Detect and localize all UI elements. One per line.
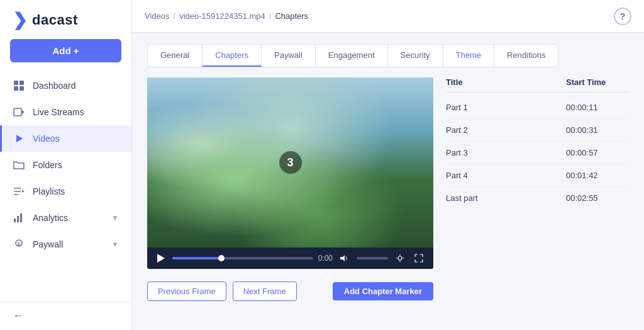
chapter-time-2: 00:00:57 [566, 148, 629, 157]
volume-button[interactable] [338, 253, 352, 263]
add-chapter-marker-button[interactable]: Add Chapter Marker [333, 282, 433, 300]
tabs-row: General Chapters Paywall Engagement Secu… [147, 44, 558, 67]
svg-rect-2 [14, 86, 18, 91]
sidebar-label-videos: Videos [33, 134, 60, 144]
videos-icon [13, 132, 25, 145]
folders-icon [13, 159, 25, 171]
sidebar-bottom: ← [0, 301, 131, 330]
chapter-title-0: Part 1 [446, 103, 566, 112]
tab-paywall[interactable]: Paywall [262, 45, 316, 67]
svg-rect-11 [14, 219, 16, 222]
svg-marker-5 [22, 110, 25, 114]
chapter-badge: 3 [279, 151, 302, 174]
chapter-row: Part 4 00:01:42 [446, 164, 629, 187]
breadcrumb-videos[interactable]: Videos [145, 11, 170, 21]
breadcrumb-current: Chapters [275, 11, 308, 21]
tab-renditions[interactable]: Renditions [494, 45, 558, 67]
sidebar-item-live-streams[interactable]: Live Streams [0, 99, 131, 125]
tab-security[interactable]: Security [388, 45, 443, 67]
svg-rect-12 [17, 216, 19, 222]
svg-marker-17 [340, 255, 345, 261]
tab-theme[interactable]: Theme [443, 45, 494, 67]
svg-rect-3 [19, 86, 24, 91]
tab-chapters[interactable]: Chapters [203, 45, 262, 67]
sidebar-item-videos[interactable]: Videos [0, 125, 131, 152]
back-button[interactable]: ← [13, 309, 24, 322]
svg-rect-0 [14, 81, 18, 85]
svg-rect-1 [19, 81, 24, 85]
add-button[interactable]: Add + [10, 39, 121, 62]
progress-fill [172, 257, 221, 259]
sidebar-label-playlists: Playlists [33, 186, 65, 196]
chapter-row: Part 2 00:00:31 [446, 119, 629, 142]
chapters-table: Title Start Time Part 1 00:00:11 Part 2 … [446, 77, 629, 209]
playlists-icon [13, 185, 25, 198]
video-controls: 0:00 [147, 248, 433, 269]
video-player: 3 0:00 [147, 77, 433, 269]
sidebar-item-analytics[interactable]: Analytics ▼ [0, 205, 131, 231]
sidebar-label-live-streams: Live Streams [33, 107, 84, 117]
help-button[interactable]: ? [614, 8, 631, 25]
sidebar-item-paywall[interactable]: $ Paywall ▼ [0, 231, 131, 258]
chapter-time-3: 00:01:42 [566, 171, 629, 180]
logo-icon: ❯ [13, 11, 27, 29]
tab-general[interactable]: General [148, 45, 203, 67]
breadcrumb-sep2: / [269, 11, 272, 21]
col-starttime-header: Start Time [566, 77, 629, 87]
video-screen: 3 [147, 77, 433, 248]
chapters-header: Title Start Time [446, 77, 629, 93]
logo-text: dacast [32, 12, 78, 28]
col-title-header: Title [446, 77, 566, 87]
sidebar-item-dashboard[interactable]: Dashboard [0, 72, 131, 99]
svg-marker-10 [22, 190, 25, 193]
play-button[interactable] [155, 253, 167, 264]
time-display: 0:00 [318, 254, 333, 263]
analytics-icon [13, 212, 25, 224]
svg-text:$: $ [18, 241, 21, 247]
volume-bar[interactable] [357, 257, 388, 259]
sidebar-label-folders: Folders [33, 160, 62, 170]
tab-engagement[interactable]: Engagement [316, 45, 388, 67]
main-content: Videos / video-1591224351.mp4 / Chapters… [132, 0, 644, 330]
svg-rect-4 [14, 108, 21, 116]
logo-area: ❯ dacast [0, 0, 131, 39]
sidebar-item-folders[interactable]: Folders [0, 152, 131, 178]
chapter-row: Part 3 00:00:57 [446, 142, 629, 164]
breadcrumb-sep1: / [174, 11, 176, 21]
next-frame-button[interactable]: Next Frame [233, 282, 297, 301]
live-streams-icon [13, 106, 25, 118]
chapter-time-4: 00:02:55 [566, 193, 629, 203]
breadcrumb-file[interactable]: video-1591224351.mp4 [179, 11, 265, 21]
sidebar: ❯ dacast Add + Dashboard Live Streams [0, 0, 132, 330]
chapter-title-4: Last part [446, 193, 566, 203]
previous-frame-button[interactable]: Previous Frame [147, 282, 226, 301]
chapter-title-2: Part 3 [446, 148, 566, 157]
svg-point-18 [398, 256, 402, 260]
progress-thumb [218, 255, 225, 261]
video-chapters-row: 3 0:00 [147, 77, 629, 301]
chapter-row: Last part 00:02:55 [446, 187, 629, 209]
chapter-time-0: 00:00:11 [566, 103, 629, 112]
svg-rect-13 [20, 213, 22, 222]
analytics-arrow-icon: ▼ [111, 213, 119, 222]
sidebar-label-analytics: Analytics [33, 213, 68, 223]
dashboard-icon [13, 79, 25, 92]
content-area: General Chapters Paywall Engagement Secu… [132, 33, 644, 330]
sidebar-label-dashboard: Dashboard [33, 81, 76, 91]
settings-button[interactable] [393, 253, 407, 264]
paywall-icon: $ [13, 238, 25, 251]
paywall-arrow-icon: ▼ [111, 240, 119, 249]
breadcrumb: Videos / video-1591224351.mp4 / Chapters [145, 11, 308, 21]
topbar: Videos / video-1591224351.mp4 / Chapters… [132, 0, 644, 33]
svg-marker-16 [157, 254, 165, 263]
sidebar-item-playlists[interactable]: Playlists [0, 178, 131, 205]
chapter-title-3: Part 4 [446, 171, 566, 180]
chapter-row: Part 1 00:00:11 [446, 96, 629, 119]
sidebar-label-paywall: Paywall [33, 239, 63, 249]
chapter-time-1: 00:00:31 [566, 125, 629, 135]
svg-marker-6 [16, 135, 23, 142]
progress-bar[interactable] [172, 257, 313, 259]
fullscreen-button[interactable] [412, 253, 426, 264]
frame-buttons: Previous Frame Next Frame Add Chapter Ma… [147, 282, 433, 301]
chapter-title-1: Part 2 [446, 125, 566, 135]
